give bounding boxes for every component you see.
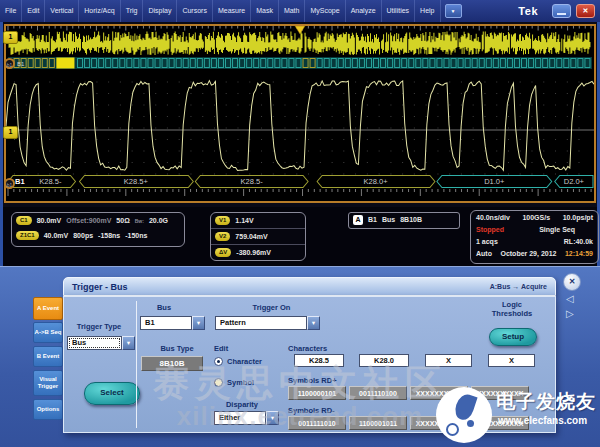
trigger-on-select[interactable]: Pattern <box>215 316 307 330</box>
delta-v-badge: ΔV <box>215 248 231 257</box>
logic-setup-button[interactable]: Setup <box>489 328 537 346</box>
menu-display[interactable]: Display <box>143 0 177 22</box>
c1-scale: 80.0mV <box>37 217 62 224</box>
menu-help[interactable]: Help <box>415 0 440 22</box>
symbol-rdm-2[interactable]: 1100001011 <box>349 416 407 430</box>
tab-a-b-seq[interactable]: A->B Seq <box>33 322 63 343</box>
menu-vertical[interactable]: Vertical <box>45 0 79 22</box>
z1-scale: 40.0mV <box>44 232 69 239</box>
dialog-title: Trigger - Bus <box>72 282 128 292</box>
character-field-4[interactable]: X <box>488 354 535 367</box>
panel-prev-arrow[interactable]: ◁ <box>566 294 574 304</box>
bus1-band-marker[interactable]: b1 <box>4 58 15 69</box>
menu-edit[interactable]: Edit <box>22 0 45 22</box>
time: 12:14:59 <box>565 250 593 257</box>
menu-utilities[interactable]: Utilities <box>382 0 416 22</box>
z1-t1: -158ns <box>98 232 120 239</box>
decode-label-2: K28.5+ <box>124 178 149 187</box>
channel1-overview-trace <box>9 32 590 56</box>
timebase: 40.0ns/div <box>476 214 510 221</box>
radio-on-icon <box>214 357 223 366</box>
close-button[interactable]: ✕ <box>576 4 595 18</box>
menu-file[interactable]: File <box>0 0 22 22</box>
menu-overflow-button[interactable]: ▼ <box>445 4 462 18</box>
logic-thresholds-label: Logic Thresholds <box>484 300 540 318</box>
menu-analyze[interactable]: Analyze <box>346 0 382 22</box>
symbol-rdp-2[interactable]: 0011110100 <box>349 386 407 400</box>
minimize-button[interactable] <box>552 4 571 18</box>
dialog-context: A:Bus → Acquire <box>490 283 547 290</box>
trigger-source: B1 <box>368 216 377 223</box>
bus-type-label: Bus Type <box>147 344 207 353</box>
menu-myscope[interactable]: MyScope <box>305 0 345 22</box>
tab-visual-trigger[interactable]: Visual Trigger <box>33 370 63 396</box>
character-field-2[interactable]: K28.0 <box>359 354 409 367</box>
tab-a-event[interactable]: A Event <box>33 297 63 320</box>
dialog-titlebar[interactable]: Trigger - Bus A:Bus → Acquire <box>63 277 556 296</box>
menu-trig[interactable]: Trig <box>121 0 144 22</box>
edit-character-label: Character <box>227 357 262 366</box>
a-trigger-badge: A <box>353 215 363 225</box>
menu-math[interactable]: Math <box>279 0 306 22</box>
symbol-rdp-1[interactable]: 1100000101 <box>288 386 346 400</box>
select-button[interactable]: Select <box>84 382 140 405</box>
menu-mask[interactable]: Mask <box>251 0 279 22</box>
bus-select[interactable]: B1 <box>140 316 192 330</box>
edit-label: Edit <box>214 344 244 353</box>
minimize-icon <box>557 13 566 15</box>
bus-band-label: B1 <box>17 61 25 67</box>
acquisition-readout: 40.0ns/div 100GS/s 10.0ps/pt Stopped Sin… <box>470 210 599 264</box>
v1-badge: V1 <box>215 216 230 225</box>
menu-bar: File Edit Vertical Horiz/Acq Trig Displa… <box>0 0 600 22</box>
z1-resolution: 800ps <box>73 232 93 239</box>
cursor-readout: V1 1.14V V2 759.04mV ΔV -380.96mV <box>210 212 306 261</box>
decode-row: B1 K28.5- K28.5+ K28.5- K28.0+ D1.0+ D2.… <box>8 176 593 188</box>
graticule-frame: B1 B1 K28.5- K28.5+ K28.5- K28.0+ <box>4 24 596 203</box>
acq-seq-mode: Single Seq <box>539 226 575 233</box>
v1-value: 1.14V <box>235 217 253 224</box>
character-field-1[interactable]: K28.5 <box>294 354 344 367</box>
z1c1-badge[interactable]: Z1C1 <box>16 231 39 240</box>
bus-type-value: 8B10B <box>141 356 203 371</box>
decode-label-1: K28.5- <box>39 178 62 187</box>
resolution: 10.0ps/pt <box>563 214 593 221</box>
delta-v-value: -380.96mV <box>236 249 271 256</box>
v2-badge: V2 <box>215 232 230 241</box>
channel1-marker[interactable]: 1 <box>3 126 18 139</box>
bus-dropdown-icon[interactable]: ▼ <box>192 316 205 330</box>
tab-options[interactable]: Options <box>33 399 63 420</box>
disparity-label: Disparity <box>216 400 268 409</box>
z1-t2: -150ns <box>125 232 147 239</box>
trigger-on-dropdown-icon[interactable]: ▼ <box>307 316 320 330</box>
character-field-3[interactable]: X <box>425 354 472 367</box>
edit-character-radio[interactable]: Character <box>214 357 262 366</box>
trigger-standard: 8B10B <box>400 216 422 223</box>
bus-label: Bus <box>138 303 190 312</box>
acq-status: Stopped <box>476 226 504 233</box>
trigger-type-select[interactable]: Bus <box>67 336 122 350</box>
c1-bandwidth: 20.0G <box>149 217 168 224</box>
symbol-rdm-1[interactable]: 0011111010 <box>288 416 346 430</box>
acq-count: 1 acqs <box>476 238 498 245</box>
edit-symbol-radio[interactable]: Symbol <box>214 378 254 387</box>
menu-cursors[interactable]: Cursors <box>177 0 213 22</box>
tab-b-event[interactable]: B Event <box>33 346 63 367</box>
bus1-decode-marker[interactable]: b1 <box>4 178 15 189</box>
symbols-rdp-label: Symbols RD+ <box>288 376 358 385</box>
elecfans-logo: 电子发烧友 www.elecfans.com <box>430 383 598 447</box>
bus-band-highlight[interactable] <box>56 58 74 69</box>
channel-readout: C1 80.0mV Offset:900mV 50Ω Bw:20.0G Z1C1… <box>11 212 185 247</box>
channel1-trace <box>6 81 594 171</box>
c1-badge[interactable]: C1 <box>16 216 32 225</box>
edit-symbol-label: Symbol <box>227 378 254 387</box>
trigger-type-dropdown-icon[interactable]: ▼ <box>122 336 135 350</box>
menu-measure[interactable]: Measure <box>213 0 251 22</box>
bandwidth-icon: Bw: <box>135 218 144 224</box>
trigger-position-icon[interactable] <box>295 26 305 34</box>
panel-next-arrow[interactable]: ▷ <box>566 309 574 319</box>
channel1-overview-marker[interactable]: 1 <box>3 31 18 44</box>
menu-horiz-acq[interactable]: Horiz/Acq <box>79 0 120 22</box>
disparity-dropdown-icon[interactable]: ▼ <box>266 411 279 425</box>
disparity-select[interactable]: Either <box>214 411 266 425</box>
panel-close-button[interactable]: ✕ <box>563 273 581 291</box>
